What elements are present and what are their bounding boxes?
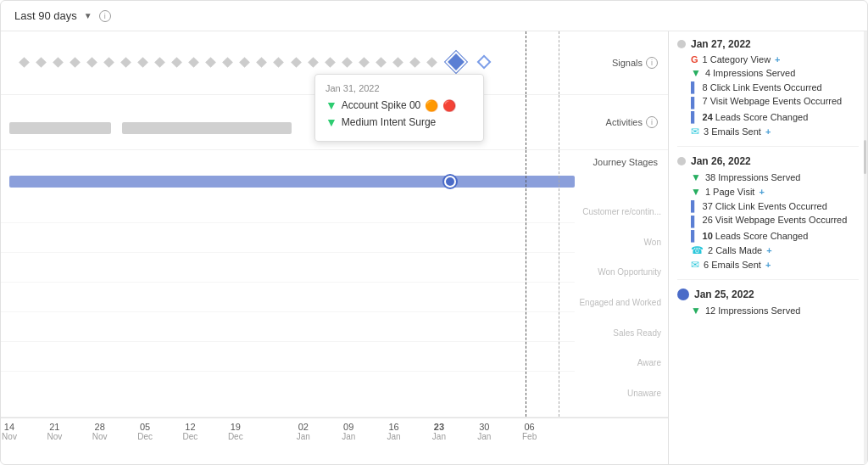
- stage-engaged: Engaged and Worked: [576, 298, 661, 307]
- plus-calls-jan26[interactable]: +: [766, 245, 771, 255]
- date-jan25: Jan 25, 2022: [694, 289, 754, 300]
- date-tick-nov14: 14 Nov: [2, 422, 17, 441]
- date-jan27: Jan 27, 2022: [691, 38, 751, 50]
- impressions-icon-jan26: ▼: [691, 171, 701, 183]
- leads-icon-jan26: ▌: [691, 230, 698, 242]
- activities-label: Activities i: [606, 116, 658, 128]
- click-link-icon-jan26: ▌: [691, 200, 698, 212]
- email-icon-jan26: ✉: [691, 259, 699, 271]
- g2-icon: G: [691, 54, 698, 64]
- date-tick-jan23: 23 Jan: [432, 422, 446, 441]
- header-info-icon[interactable]: i: [99, 10, 111, 22]
- event-visit-webpage-jan26: ▌ 26 Visit Webpage Events Occurred: [677, 215, 859, 227]
- date-jan26: Jan 26, 2022: [691, 155, 751, 167]
- plus-emails-jan27[interactable]: +: [765, 126, 771, 137]
- impressions-icon-jan25: ▼: [691, 305, 701, 317]
- call-icon-jan26: ☎: [691, 244, 704, 256]
- email-icon-jan27: ✉: [691, 126, 699, 137]
- divider-jan26: [677, 146, 859, 147]
- main-container: Last 90 days ▼ i: [0, 0, 868, 465]
- page-visit-icon-jan26: ▼: [691, 186, 701, 198]
- date-tick-nov28: 28 Nov: [92, 422, 108, 441]
- journey-label: Journey Stages: [593, 157, 658, 167]
- dot-jan25: [677, 289, 689, 300]
- event-impressions-jan26: ▼ 38 Impressions Served: [677, 171, 859, 183]
- event-impressions-jan25: ▼ 12 Impressions Served: [677, 305, 859, 317]
- right-panel[interactable]: Jan 27, 2022 G 1 Category View + ▼ 4 Imp…: [668, 31, 867, 464]
- event-calls-jan26: ☎ 2 Calls Made +: [677, 244, 859, 256]
- click-link-icon-jan27: ▌: [691, 81, 698, 93]
- event-page-visit-jan26: ▼ 1 Page Visit +: [677, 186, 859, 198]
- main-content: Signals i Activities i: [1, 31, 867, 464]
- stage-sales: Sales Ready: [576, 328, 661, 338]
- event-leads-score-jan26: ▌ 10 Leads Score Changed: [677, 230, 859, 242]
- scrollbar-track: [864, 31, 867, 464]
- activities-info-icon[interactable]: i: [646, 116, 658, 128]
- date-section-jan25: Jan 25, 2022 ▼ 12 Impressions Served: [677, 289, 859, 317]
- date-tick-nov21: 21 Nov: [47, 422, 62, 441]
- stage-aware: Aware: [576, 358, 661, 367]
- leads-icon-jan27: ▌: [691, 111, 698, 123]
- date-tick-dec12: 12 Dec: [183, 422, 198, 441]
- account-spike-text: Account Spike 00: [342, 99, 420, 111]
- scrollbar-thumb[interactable]: [864, 140, 866, 174]
- tooltip-item-1: ▼ Account Spike 00 🟠 🔴: [326, 98, 473, 112]
- stage-unaware: Unaware: [576, 389, 661, 398]
- event-emails-jan26: ✉ 6 Emails Sent +: [677, 259, 859, 271]
- medium-intent-text: Medium Intent Surge: [342, 116, 436, 128]
- plus-emails-jan26[interactable]: +: [765, 260, 771, 270]
- period-dropdown-arrow[interactable]: ▼: [84, 11, 92, 20]
- date-tick-jan09: 09 Jan: [342, 422, 355, 441]
- date-section-jan26: Jan 26, 2022 ▼ 38 Impressions Served ▼ 1…: [677, 155, 859, 271]
- date-tick-dec05: 05 Dec: [137, 422, 153, 441]
- date-tick-jan30: 30 Jan: [477, 422, 491, 441]
- header: Last 90 days ▼ i: [1, 1, 867, 31]
- signals-info-icon[interactable]: i: [646, 57, 658, 69]
- signals-label: Signals i: [612, 57, 658, 69]
- date-section-jan27: Jan 27, 2022 G 1 Category View + ▼ 4 Imp…: [677, 38, 859, 137]
- date-tick-dec19: 19 Dec: [228, 422, 243, 441]
- event-visit-webpage-jan27: ▌ 7 Visit Webpage Events Occurred: [677, 96, 859, 109]
- account-spike-icon: ▼: [326, 98, 337, 112]
- date-tick-jan16: 16 Jan: [387, 422, 400, 441]
- plus-category[interactable]: +: [775, 54, 780, 64]
- event-emails-jan27: ✉ 3 Emails Sent +: [677, 126, 859, 137]
- event-category-view: G 1 Category View +: [677, 54, 859, 64]
- impressions-icon-jan27: ▼: [691, 67, 701, 79]
- divider-jan25: [677, 279, 859, 280]
- stage-won-opp: Won Opportunity: [576, 267, 661, 277]
- medium-intent-icon: ▼: [326, 115, 337, 129]
- event-impressions-jan27: ▼ 4 Impressions Served: [677, 67, 859, 79]
- date-axis: 14 Nov 21 Nov 28 Nov 05 Dec: [1, 417, 668, 450]
- badge-red: 🔴: [442, 99, 456, 112]
- tooltip-date: Jan 31, 2022: [326, 83, 473, 93]
- period-label[interactable]: Last 90 days: [14, 9, 77, 22]
- event-click-link-jan26: ▌ 37 Click Link Events Occurred: [677, 200, 859, 212]
- date-tick-feb06: 06 Feb: [522, 422, 537, 441]
- visit-icon-jan26: ▌: [691, 216, 698, 227]
- event-click-link-jan27: ▌ 8 Click Link Events Occurred: [677, 81, 859, 93]
- stage-won: Won: [576, 238, 661, 247]
- badge-orange: 🟠: [425, 99, 438, 112]
- event-leads-score-jan27: ▌ 24 Leads Score Changed: [677, 111, 859, 123]
- chart-area: Signals i Activities i: [1, 31, 668, 464]
- tooltip: Jan 31, 2022 ▼ Account Spike 00 🟠 🔴 ▼ Me…: [314, 74, 484, 142]
- dot-jan27: [677, 40, 686, 48]
- plus-page-jan26[interactable]: +: [759, 187, 764, 197]
- visit-icon-jan27: ▌: [691, 97, 698, 109]
- journey-section: Journey Stages Customer re/contin... Won…: [1, 150, 668, 417]
- tooltip-item-2: ▼ Medium Intent Surge: [326, 115, 473, 129]
- stage-customer: Customer re/contin...: [576, 207, 661, 216]
- date-tick-jan02: 02 Jan: [297, 422, 310, 441]
- dot-jan26: [677, 157, 686, 165]
